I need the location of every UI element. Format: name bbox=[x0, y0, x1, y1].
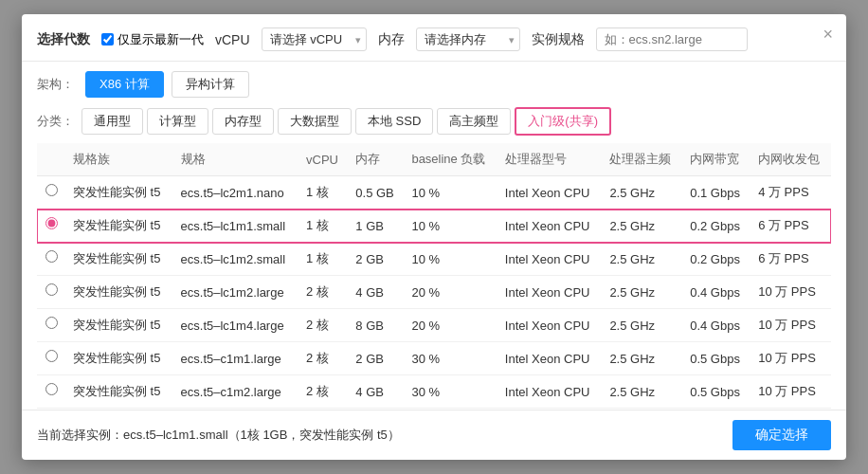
cat-localssd-button[interactable]: 本地 SSD bbox=[355, 108, 433, 135]
table-row[interactable]: 突发性能实例 t5 ecs.t5–lc1m2.large 2 核 4 GB 20… bbox=[37, 276, 831, 309]
confirm-button[interactable]: 确定选择 bbox=[732, 420, 831, 450]
cell-vcpu: 1 核 bbox=[298, 176, 348, 210]
cell-net-bw: 0.5 Gbps bbox=[682, 375, 750, 409]
cell-vcpu: 2 核 bbox=[298, 276, 348, 309]
radio-cell[interactable] bbox=[37, 375, 65, 403]
row-radio-6[interactable] bbox=[45, 383, 58, 395]
cell-cpu-freq: 2.5 GHz bbox=[602, 176, 682, 210]
category-label: 分类： bbox=[37, 113, 74, 130]
table-row[interactable]: 突发性能实例 t5 ecs.t5–lc1m4.large 2 核 8 GB 20… bbox=[37, 309, 831, 342]
col-mem: 内存 bbox=[348, 143, 404, 176]
cell-family: 突发性能实例 t5 bbox=[65, 309, 173, 342]
cell-spec: ecs.t5–lc1m4.large bbox=[173, 309, 298, 342]
cat-general-button[interactable]: 通用型 bbox=[81, 108, 143, 135]
mem-select[interactable]: 请选择内存 bbox=[416, 27, 520, 51]
table-row[interactable]: 突发性能实例 t5 ecs.t5–lc2m1.nano 1 核 0.5 GB 1… bbox=[37, 176, 831, 210]
col-net-bw: 内网带宽 bbox=[682, 143, 750, 176]
table-row[interactable]: 突发性能实例 t5 ecs.t5–lc1m1.small 1 核 1 GB 10… bbox=[37, 210, 831, 243]
cat-compute-button[interactable]: 计算型 bbox=[147, 108, 208, 135]
close-button[interactable]: × bbox=[823, 26, 833, 43]
table-header-row: 规格族 规格 vCPU 内存 baseline 负载 处理器型号 处理器主频 内… bbox=[37, 143, 831, 176]
cat-memory-button[interactable]: 内存型 bbox=[212, 108, 274, 135]
latest-gen-filter[interactable]: 仅显示最新一代 bbox=[101, 31, 204, 48]
cell-family: 突发性能实例 t5 bbox=[65, 342, 173, 375]
cell-family: 突发性能实例 t5 bbox=[65, 210, 173, 243]
cell-net-pps: 6 万 PPS bbox=[750, 243, 831, 276]
cell-net-pps: 10 万 PPS bbox=[750, 276, 831, 309]
latest-gen-checkbox[interactable] bbox=[101, 33, 114, 46]
cell-vcpu: 2 核 bbox=[298, 309, 348, 342]
radio-cell[interactable] bbox=[37, 176, 65, 204]
col-cpu-freq: 处理器主频 bbox=[602, 143, 682, 176]
cell-family: 突发性能实例 t5 bbox=[65, 176, 173, 210]
cell-cpu-freq: 2.5 GHz bbox=[602, 342, 682, 375]
cell-family: 突发性能实例 t5 bbox=[65, 276, 173, 309]
cell-spec: ecs.t5–lc1m2.large bbox=[173, 276, 298, 309]
radio-cell[interactable] bbox=[37, 276, 65, 303]
cell-spec: ecs.t5–lc2m1.nano bbox=[173, 176, 298, 210]
cell-net-pps: 10 万 PPS bbox=[750, 375, 831, 409]
cell-cpu-freq: 2.5 GHz bbox=[602, 309, 682, 342]
instance-table-container: 规格族 规格 vCPU 内存 baseline 负载 处理器型号 处理器主频 内… bbox=[37, 143, 831, 410]
table-row[interactable]: 突发性能实例 t5 ecs.t5–c1m2.large 2 核 4 GB 30 … bbox=[37, 375, 831, 409]
radio-cell[interactable] bbox=[37, 342, 65, 370]
row-radio-5[interactable] bbox=[45, 350, 58, 362]
cell-family: 突发性能实例 t5 bbox=[65, 243, 173, 276]
cell-net-pps: 6 万 PPS bbox=[750, 210, 831, 243]
cat-bigdata-button[interactable]: 大数据型 bbox=[278, 108, 352, 135]
row-radio-3[interactable] bbox=[45, 283, 58, 296]
cat-highfreq-button[interactable]: 高主频型 bbox=[437, 108, 511, 135]
cell-net-bw: 0.2 Gbps bbox=[682, 243, 750, 276]
row-radio-0[interactable] bbox=[45, 184, 58, 196]
cell-cpu-model: Intel Xeon CPU bbox=[497, 309, 603, 342]
cell-vcpu: 2 核 bbox=[298, 342, 348, 375]
cell-cpu-model: Intel Xeon CPU bbox=[497, 176, 603, 210]
radio-cell[interactable] bbox=[37, 309, 65, 337]
cell-spec: ecs.t5–c1m1.large bbox=[173, 342, 298, 375]
col-baseline: baseline 负载 bbox=[404, 143, 497, 176]
cell-net-bw: 0.4 Gbps bbox=[682, 309, 750, 342]
latest-gen-label: 仅显示最新一代 bbox=[118, 31, 204, 48]
cell-mem: 2 GB bbox=[348, 342, 404, 375]
radio-cell[interactable] bbox=[37, 210, 65, 237]
vcpu-select-wrap[interactable]: 请选择 vCPU bbox=[262, 27, 367, 51]
radio-cell[interactable] bbox=[37, 243, 65, 270]
mem-select-wrap[interactable]: 请选择内存 bbox=[416, 27, 520, 51]
arch-hetero-button[interactable]: 异构计算 bbox=[172, 71, 249, 98]
cat-entry-button[interactable]: 入门级(共享) bbox=[515, 107, 611, 136]
row-radio-2[interactable] bbox=[45, 250, 58, 263]
cell-vcpu: 2 核 bbox=[298, 375, 348, 409]
col-cpu-model: 处理器型号 bbox=[497, 143, 603, 176]
current-selection-text: 当前选择实例：ecs.t5–lc1m1.small（1核 1GB，突发性能实例 … bbox=[37, 427, 400, 444]
table-row[interactable]: 突发性能实例 t5 ecs.t5–c1m1.large 2 核 2 GB 30 … bbox=[37, 342, 831, 375]
category-row: 分类： 通用型 计算型 内存型 大数据型 本地 SSD 高主频型 入门级(共享) bbox=[22, 103, 846, 143]
cell-spec: ecs.t5–lc1m2.small bbox=[173, 243, 298, 276]
cell-cpu-freq: 2.5 GHz bbox=[602, 243, 682, 276]
table-row[interactable]: 突发性能实例 t5 ecs.t5–lc1m2.small 1 核 2 GB 10… bbox=[37, 243, 831, 276]
mem-label: 内存 bbox=[378, 31, 405, 48]
arch-label: 架构： bbox=[37, 76, 74, 93]
col-spec: 规格 bbox=[173, 143, 298, 176]
col-net-pps: 内网收发包 bbox=[750, 143, 831, 176]
cell-cpu-model: Intel Xeon CPU bbox=[497, 243, 603, 276]
cell-net-pps: 10 万 PPS bbox=[750, 342, 831, 375]
arch-row: 架构： X86 计算 异构计算 bbox=[22, 62, 846, 103]
cell-mem: 0.5 GB bbox=[348, 176, 404, 210]
cell-net-bw: 0.4 Gbps bbox=[682, 276, 750, 309]
cell-vcpu: 1 核 bbox=[298, 243, 348, 276]
instance-table: 规格族 规格 vCPU 内存 baseline 负载 处理器型号 处理器主频 内… bbox=[37, 143, 831, 409]
modal: 选择代数 仅显示最新一代 vCPU 请选择 vCPU 内存 请选择内存 实例规格… bbox=[22, 14, 846, 460]
spec-search-input[interactable] bbox=[596, 27, 748, 51]
row-radio-4[interactable] bbox=[45, 317, 58, 329]
vcpu-select[interactable]: 请选择 vCPU bbox=[262, 27, 367, 51]
cell-baseline: 10 % bbox=[404, 243, 497, 276]
cell-net-bw: 0.2 Gbps bbox=[682, 210, 750, 243]
cell-mem: 4 GB bbox=[348, 276, 404, 309]
cell-cpu-freq: 2.5 GHz bbox=[602, 375, 682, 409]
row-radio-1[interactable] bbox=[45, 217, 58, 229]
cell-family: 突发性能实例 t5 bbox=[65, 375, 173, 409]
cell-mem: 1 GB bbox=[348, 210, 404, 243]
cell-baseline: 20 % bbox=[404, 276, 497, 309]
col-vcpu: vCPU bbox=[298, 143, 348, 176]
arch-x86-button[interactable]: X86 计算 bbox=[85, 71, 164, 98]
